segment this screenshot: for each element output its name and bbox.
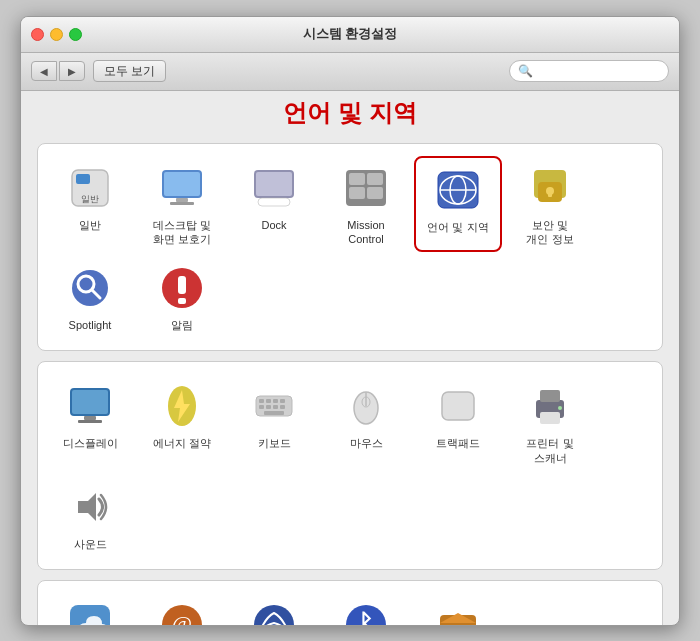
personal-grid: 일반일반데스크탑 및 화면 보호기DockMission Control언어 및… <box>46 156 654 339</box>
hardware-grid: 디스플레이에너지 절약키보드마우스트랙패드프린터 및 스캐너사운드 <box>46 374 654 557</box>
desktop-label: 데스크탑 및 화면 보호기 <box>153 218 211 247</box>
icon-item-general[interactable]: 일반일반 <box>46 156 134 253</box>
svg-rect-40 <box>259 405 264 409</box>
svg-point-52 <box>558 406 562 410</box>
icon-item-bluetooth[interactable]: ᛒBluetooth <box>322 593 410 624</box>
icon-item-spotlight[interactable]: Spotlight <box>46 256 134 338</box>
svg-text:ᛒ: ᛒ <box>358 610 374 624</box>
icon-item-sound[interactable]: 사운드 <box>46 475 134 557</box>
section-internet: iCloud@인터넷 계정네트워크ᛒBluetooth공유 <box>37 580 663 624</box>
display-label: 디스플레이 <box>63 436 118 450</box>
internet-icon: @ <box>156 599 208 624</box>
svg-rect-1 <box>76 174 90 184</box>
icon-item-desktop[interactable]: 데스크탑 및 화면 보호기 <box>138 156 226 253</box>
svg-rect-43 <box>280 405 285 409</box>
svg-rect-37 <box>266 399 271 403</box>
svg-rect-6 <box>170 202 194 205</box>
selected-section-label: 언어 및 지역 <box>21 91 679 133</box>
svg-rect-14 <box>367 187 383 199</box>
svg-rect-27 <box>178 276 186 294</box>
icloud-icon <box>64 599 116 624</box>
icon-item-language[interactable]: 언어 및 지역 <box>414 156 502 253</box>
icon-item-keyboard[interactable]: 키보드 <box>230 374 318 471</box>
icon-item-icloud[interactable]: iCloud <box>46 593 134 624</box>
icon-item-sharing[interactable]: 공유 <box>414 593 502 624</box>
svg-rect-28 <box>178 298 186 304</box>
energy-label: 에너지 절약 <box>153 436 211 450</box>
general-icon: 일반 <box>64 162 116 214</box>
keyboard-label: 키보드 <box>258 436 291 450</box>
icon-item-trackpad[interactable]: 트랙패드 <box>414 374 502 471</box>
icon-item-security[interactable]: 보안 및 개인 정보 <box>506 156 594 253</box>
svg-rect-50 <box>540 390 560 402</box>
sharing-icon <box>432 599 484 624</box>
close-button[interactable] <box>31 28 44 41</box>
section-hardware: 디스플레이에너지 절약키보드마우스트랙패드프린터 및 스캐너사운드 <box>37 361 663 570</box>
titlebar: 시스템 환경설정 <box>21 17 679 53</box>
icon-item-internet[interactable]: @인터넷 계정 <box>138 593 226 624</box>
section-personal: 일반일반데스크탑 및 화면 보호기DockMission Control언어 및… <box>37 143 663 352</box>
trackpad-icon <box>432 380 484 432</box>
printer-icon <box>524 380 576 432</box>
forward-button[interactable]: ▶ <box>59 61 85 81</box>
mouse-icon <box>340 380 392 432</box>
svg-rect-51 <box>540 412 560 424</box>
spotlight-icon <box>64 262 116 314</box>
printer-label: 프린터 및 스캐너 <box>526 436 573 465</box>
security-label: 보안 및 개인 정보 <box>526 218 573 247</box>
icon-item-mouse[interactable]: 마우스 <box>322 374 410 471</box>
svg-rect-5 <box>176 198 188 202</box>
svg-text:@: @ <box>172 611 192 624</box>
search-input[interactable] <box>537 64 660 78</box>
language-icon <box>432 164 484 216</box>
svg-rect-13 <box>349 187 365 199</box>
search-icon: 🔍 <box>518 64 533 78</box>
svg-rect-42 <box>273 405 278 409</box>
dock-icon <box>248 162 300 214</box>
icon-item-network[interactable]: 네트워크 <box>230 593 318 624</box>
svg-rect-36 <box>259 399 264 403</box>
icon-item-mission[interactable]: Mission Control <box>322 156 410 253</box>
mission-label: Mission Control <box>347 218 384 247</box>
toolbar: ◀ ▶ 모두 보기 🔍 <box>21 53 679 91</box>
dock-label: Dock <box>261 218 286 232</box>
window-title: 시스템 환경설정 <box>303 25 398 43</box>
display-icon <box>64 380 116 432</box>
content-area: 일반일반데스크탑 및 화면 보호기DockMission Control언어 및… <box>21 133 679 625</box>
svg-rect-31 <box>84 416 96 420</box>
svg-rect-32 <box>78 420 102 423</box>
icon-item-dock[interactable]: Dock <box>230 156 318 253</box>
svg-rect-44 <box>264 411 284 415</box>
show-all-button[interactable]: 모두 보기 <box>93 60 166 82</box>
back-button[interactable]: ◀ <box>31 61 57 81</box>
svg-rect-22 <box>548 191 552 197</box>
svg-rect-11 <box>349 173 365 185</box>
svg-rect-48 <box>442 392 474 420</box>
security-icon <box>524 162 576 214</box>
icon-item-printer[interactable]: 프린터 및 스캐너 <box>506 374 594 471</box>
search-box: 🔍 <box>509 60 669 82</box>
bluetooth-icon: ᛒ <box>340 599 392 624</box>
svg-rect-41 <box>266 405 271 409</box>
minimize-button[interactable] <box>50 28 63 41</box>
mouse-label: 마우스 <box>350 436 383 450</box>
svg-rect-9 <box>258 198 290 206</box>
nav-buttons: ◀ ▶ <box>31 61 85 81</box>
sound-label: 사운드 <box>74 537 107 551</box>
svg-rect-12 <box>367 173 383 185</box>
icon-item-energy[interactable]: 에너지 절약 <box>138 374 226 471</box>
network-icon <box>248 599 300 624</box>
svg-marker-53 <box>78 493 96 521</box>
icon-item-display[interactable]: 디스플레이 <box>46 374 134 471</box>
icon-item-notification[interactable]: 알림 <box>138 256 226 338</box>
keyboard-icon <box>248 380 300 432</box>
sound-icon <box>64 481 116 533</box>
notification-label: 알림 <box>171 318 193 332</box>
svg-text:일반: 일반 <box>81 194 99 204</box>
mission-icon <box>340 162 392 214</box>
maximize-button[interactable] <box>69 28 82 41</box>
system-preferences-window: 시스템 환경설정 ◀ ▶ 모두 보기 🔍 언어 및 지역 일반일반데스크탑 및 … <box>20 16 680 626</box>
energy-icon <box>156 380 208 432</box>
svg-rect-39 <box>280 399 285 403</box>
svg-rect-4 <box>164 172 200 196</box>
